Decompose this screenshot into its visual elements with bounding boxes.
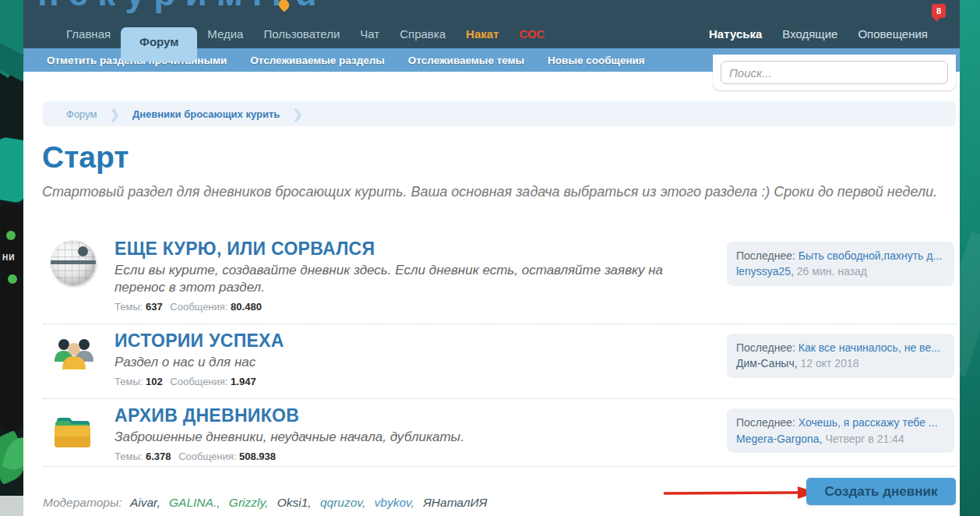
- subnav-watched-threads[interactable]: Отслеживаемые темы: [397, 55, 536, 66]
- subnav-new-posts[interactable]: Новые сообщения: [536, 55, 657, 66]
- user-navigation: Натуська Входящие Оповещения: [699, 19, 938, 48]
- section-description: Раздел о нас и для нас: [115, 354, 714, 371]
- nav-tab-nakat[interactable]: Накат: [456, 19, 509, 48]
- background-ad-text: НИ: [2, 253, 15, 262]
- top-header: некурим.ru Главная Форум Медиа Пользоват…: [23, 0, 960, 48]
- messages-count: 508.938: [239, 451, 276, 462]
- last-post-label: Последнее:: [736, 249, 795, 262]
- page-description: Стартовый раздел для дневников бросающих…: [42, 182, 938, 201]
- nav-tab-sos[interactable]: СОС: [509, 19, 555, 48]
- section-title-link[interactable]: ИСТОРИИ УСПЕХА: [115, 330, 714, 352]
- background-ad-left: НИ: [0, 0, 23, 516]
- last-post-user-link[interactable]: Дим-Саныч,: [736, 357, 798, 369]
- background-shape: [0, 136, 23, 203]
- section-description: Заброшенные дневники, неудачные начала, …: [115, 429, 714, 446]
- last-post-user-link[interactable]: lenyssya25,: [736, 265, 794, 277]
- forum-section-row: АРХИВ ДНЕВНИКОВ Заброшенные дневники, не…: [43, 399, 956, 473]
- background-shape: [6, 231, 16, 240]
- section-description: Если вы курите, создавайте дневник здесь…: [115, 262, 714, 296]
- moderator-link[interactable]: vbykov,: [375, 496, 414, 509]
- breadcrumb: Форум ❯ Дневники бросающих курить ❯: [43, 101, 956, 126]
- section-stats: Темы: 102 Сообщения: 1.947: [115, 376, 714, 387]
- section-stats: Темы: 637 Сообщения: 80.480: [115, 301, 714, 313]
- last-post-label: Последнее:: [736, 416, 795, 429]
- topics-count: 6.378: [146, 451, 171, 462]
- people-icon: [51, 332, 99, 380]
- last-post-box: Последнее: Быть свободной,пахнуть д... l…: [727, 242, 954, 286]
- last-post-user-link[interactable]: Megera-Gargona,: [736, 433, 823, 445]
- folder-icon: [51, 407, 99, 455]
- section-main: АРХИВ ДНЕВНИКОВ Заброшенные дневники, не…: [115, 405, 714, 462]
- nav-tab-help[interactable]: Справка: [390, 19, 456, 48]
- forum-sections: ЕЩЕ КУРЮ, ИЛИ СОРВАЛСЯ Если вы курите, с…: [43, 232, 956, 473]
- nav-tab-chat[interactable]: Чат: [350, 19, 390, 48]
- chevron-right-icon: ❯: [110, 107, 120, 122]
- moderator-link[interactable]: Aivar,: [130, 496, 160, 509]
- background-shape: [960, 231, 980, 377]
- subnav-watched-forums[interactable]: Отслеживаемые разделы: [238, 55, 397, 66]
- topics-count: 637: [146, 301, 163, 313]
- annotation-arrow-icon: [661, 482, 823, 504]
- messages-label: Сообщения:: [178, 451, 236, 462]
- last-post-box: Последнее: Как все начиналось, не ве... …: [727, 334, 954, 378]
- messages-label: Сообщения:: [170, 376, 227, 387]
- moderator-link[interactable]: GALINA.,: [169, 496, 220, 509]
- section-title-link[interactable]: АРХИВ ДНЕВНИКОВ: [115, 405, 714, 426]
- last-post-title-link[interactable]: Быть свободной,пахнуть д...: [798, 249, 942, 262]
- nav-inbox[interactable]: Входящие: [772, 19, 848, 48]
- globe-icon: [51, 240, 99, 288]
- section-stats: Темы: 6.378 Сообщения: 508.938: [115, 451, 714, 462]
- breadcrumb-current[interactable]: Дневники бросающих курить: [132, 108, 280, 120]
- messages-count: 80.480: [231, 301, 262, 313]
- moderator-link[interactable]: Grizzly,: [229, 496, 269, 509]
- last-post-label: Последнее:: [736, 341, 795, 354]
- last-post-title-link[interactable]: Как все начиналось, не ве...: [798, 341, 940, 354]
- search-input[interactable]: [721, 61, 948, 84]
- breadcrumb-forum[interactable]: Форум: [66, 108, 97, 120]
- notification-badge[interactable]: 8: [932, 4, 946, 18]
- divider: [43, 466, 956, 467]
- forum-section-row: ИСТОРИИ УСПЕХА Раздел о нас и для нас Те…: [43, 324, 956, 399]
- forum-section-row: ЕЩЕ КУРЮ, ИЛИ СОРВАЛСЯ Если вы курите, с…: [43, 232, 956, 324]
- last-post-box: Последнее: Хочешь, я расскажу тебе ... M…: [727, 408, 954, 453]
- topics-count: 102: [146, 376, 163, 387]
- last-post-time: Четверг в 21:44: [825, 433, 904, 445]
- moderator-link[interactable]: Oksi1,: [277, 496, 312, 509]
- nav-tab-users[interactable]: Пользователи: [253, 19, 350, 48]
- forum-page: НИ некурим.ru Главная Форум Медиа Пользо…: [0, 0, 980, 516]
- moderator-link[interactable]: qqruzov,: [320, 496, 365, 509]
- main-navigation: Главная Форум Медиа Пользователи Чат Спр…: [56, 19, 555, 48]
- page-title: Старт: [42, 140, 129, 175]
- messages-count: 1.947: [231, 376, 256, 387]
- nav-tab-home[interactable]: Главная: [56, 19, 121, 48]
- topics-label: Темы:: [115, 376, 143, 387]
- section-title-link[interactable]: ЕЩЕ КУРЮ, ИЛИ СОРВАЛСЯ: [115, 239, 714, 260]
- moderators-list: Модераторы: Aivar, GALINA., Grizzly, Oks…: [43, 496, 492, 510]
- moderators-label: Модераторы:: [43, 496, 122, 509]
- background-shape: [8, 274, 17, 284]
- nav-alerts[interactable]: Оповещения: [848, 19, 938, 48]
- messages-label: Сообщения:: [170, 301, 227, 313]
- last-post-time: 12 окт 2018: [801, 357, 859, 369]
- content-area: некурим.ru Главная Форум Медиа Пользоват…: [23, 0, 960, 516]
- chevron-right-icon: ❯: [292, 107, 302, 122]
- moderator-link[interactable]: ЯНаталИЯ: [423, 496, 487, 509]
- nav-tab-media[interactable]: Медиа: [197, 19, 253, 48]
- nav-tab-forum[interactable]: Форум: [121, 27, 197, 62]
- background-shape: [0, 496, 23, 516]
- create-diary-button[interactable]: Создать дневник: [806, 478, 956, 505]
- section-main: ЕЩЕ КУРЮ, ИЛИ СОРВАЛСЯ Если вы курите, с…: [115, 239, 714, 313]
- search-panel: [713, 55, 956, 90]
- section-main: ИСТОРИИ УСПЕХА Раздел о нас и для нас Те…: [115, 330, 714, 387]
- topics-label: Темы:: [115, 451, 143, 462]
- topics-label: Темы:: [115, 301, 143, 313]
- background-right: [960, 0, 980, 516]
- last-post-time: 26 мин. назад: [797, 265, 867, 277]
- last-post-title-link[interactable]: Хочешь, я расскажу тебе ...: [798, 416, 938, 429]
- account-username[interactable]: Натуська: [699, 19, 772, 48]
